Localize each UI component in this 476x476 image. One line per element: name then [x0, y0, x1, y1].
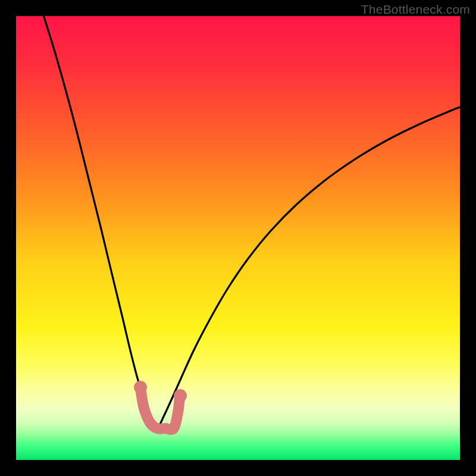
bottleneck-chart — [0, 0, 476, 476]
chart-frame: TheBottleneck.com — [0, 0, 476, 476]
watermark-text: TheBottleneck.com — [361, 2, 470, 17]
svg-point-1 — [174, 389, 187, 402]
svg-point-0 — [134, 381, 147, 394]
gradient-background — [16, 16, 460, 460]
